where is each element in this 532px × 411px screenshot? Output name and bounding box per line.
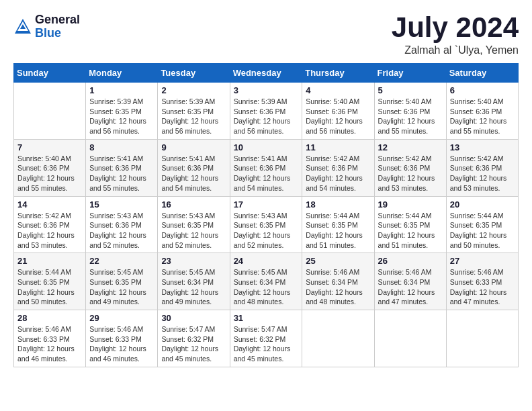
- day-info: Sunrise: 5:40 AM Sunset: 6:36 PM Dayligh…: [306, 97, 370, 136]
- calendar-cell: 8Sunrise: 5:41 AM Sunset: 6:36 PM Daylig…: [86, 139, 158, 196]
- calendar-cell: 26Sunrise: 5:46 AM Sunset: 6:34 PM Dayli…: [374, 253, 446, 310]
- calendar-cell: 22Sunrise: 5:45 AM Sunset: 6:35 PM Dayli…: [86, 253, 158, 310]
- day-number: 6: [450, 85, 515, 95]
- location-text: Zalmah al `Ulya, Yemen: [392, 44, 519, 56]
- day-number: 7: [17, 142, 82, 152]
- day-number: 25: [306, 256, 370, 266]
- day-info: Sunrise: 5:44 AM Sunset: 6:35 PM Dayligh…: [306, 211, 370, 250]
- calendar-day-header: Tuesday: [158, 64, 230, 83]
- calendar-cell: 29Sunrise: 5:46 AM Sunset: 6:33 PM Dayli…: [86, 310, 158, 367]
- day-number: 4: [306, 85, 370, 95]
- day-info: Sunrise: 5:39 AM Sunset: 6:35 PM Dayligh…: [89, 97, 154, 136]
- calendar-cell: 20Sunrise: 5:44 AM Sunset: 6:35 PM Dayli…: [446, 196, 518, 253]
- calendar-day-header: Wednesday: [230, 64, 302, 83]
- day-number: 8: [89, 142, 154, 152]
- day-info: Sunrise: 5:43 AM Sunset: 6:35 PM Dayligh…: [161, 211, 226, 250]
- day-info: Sunrise: 5:43 AM Sunset: 6:36 PM Dayligh…: [89, 211, 154, 250]
- day-info: Sunrise: 5:45 AM Sunset: 6:34 PM Dayligh…: [161, 267, 226, 307]
- calendar-day-header: Thursday: [302, 64, 374, 83]
- calendar-cell: 24Sunrise: 5:45 AM Sunset: 6:34 PM Dayli…: [230, 253, 302, 310]
- calendar-cell: [374, 310, 446, 367]
- day-number: 21: [17, 256, 82, 266]
- day-info: Sunrise: 5:46 AM Sunset: 6:33 PM Dayligh…: [89, 324, 154, 364]
- calendar-week-row: 1Sunrise: 5:39 AM Sunset: 6:35 PM Daylig…: [14, 83, 519, 140]
- calendar-cell: 30Sunrise: 5:47 AM Sunset: 6:32 PM Dayli…: [158, 310, 230, 367]
- calendar-cell: [302, 310, 374, 367]
- day-info: Sunrise: 5:47 AM Sunset: 6:32 PM Dayligh…: [161, 324, 226, 364]
- calendar-cell: 1Sunrise: 5:39 AM Sunset: 6:35 PM Daylig…: [86, 83, 158, 140]
- day-number: 28: [17, 313, 82, 323]
- day-info: Sunrise: 5:42 AM Sunset: 6:36 PM Dayligh…: [378, 154, 443, 193]
- calendar-week-row: 21Sunrise: 5:44 AM Sunset: 6:35 PM Dayli…: [14, 253, 519, 310]
- day-info: Sunrise: 5:44 AM Sunset: 6:35 PM Dayligh…: [378, 211, 443, 250]
- day-number: 9: [161, 142, 226, 152]
- day-info: Sunrise: 5:45 AM Sunset: 6:35 PM Dayligh…: [89, 267, 154, 307]
- day-number: 5: [378, 85, 443, 95]
- day-number: 12: [378, 142, 443, 152]
- logo-blue-text: Blue: [35, 27, 80, 40]
- day-info: Sunrise: 5:41 AM Sunset: 6:36 PM Dayligh…: [161, 154, 226, 193]
- calendar-cell: 31Sunrise: 5:47 AM Sunset: 6:32 PM Dayli…: [230, 310, 302, 367]
- calendar-cell: 19Sunrise: 5:44 AM Sunset: 6:35 PM Dayli…: [374, 196, 446, 253]
- calendar-week-row: 7Sunrise: 5:40 AM Sunset: 6:36 PM Daylig…: [14, 139, 519, 196]
- day-number: 19: [378, 199, 443, 210]
- day-number: 26: [378, 256, 443, 266]
- day-info: Sunrise: 5:46 AM Sunset: 6:33 PM Dayligh…: [17, 324, 82, 364]
- calendar-cell: 23Sunrise: 5:45 AM Sunset: 6:34 PM Dayli…: [158, 253, 230, 310]
- calendar-cell: 12Sunrise: 5:42 AM Sunset: 6:36 PM Dayli…: [374, 139, 446, 196]
- calendar-day-header: Saturday: [446, 64, 518, 83]
- day-number: 22: [89, 256, 154, 266]
- calendar-cell: 25Sunrise: 5:46 AM Sunset: 6:34 PM Dayli…: [302, 253, 374, 310]
- day-number: 18: [306, 199, 370, 210]
- day-number: 11: [306, 142, 370, 152]
- day-number: 2: [161, 85, 226, 95]
- calendar-cell: 21Sunrise: 5:44 AM Sunset: 6:35 PM Dayli…: [14, 253, 86, 310]
- calendar-cell: [446, 310, 518, 367]
- day-info: Sunrise: 5:46 AM Sunset: 6:34 PM Dayligh…: [378, 267, 443, 307]
- day-number: 1: [89, 85, 154, 95]
- day-info: Sunrise: 5:44 AM Sunset: 6:35 PM Dayligh…: [450, 211, 515, 250]
- day-info: Sunrise: 5:44 AM Sunset: 6:35 PM Dayligh…: [17, 267, 82, 307]
- calendar-cell: 4Sunrise: 5:40 AM Sunset: 6:36 PM Daylig…: [302, 83, 374, 140]
- day-number: 14: [17, 199, 82, 210]
- calendar-cell: 3Sunrise: 5:39 AM Sunset: 6:36 PM Daylig…: [230, 83, 302, 140]
- day-info: Sunrise: 5:41 AM Sunset: 6:36 PM Dayligh…: [234, 154, 299, 193]
- day-info: Sunrise: 5:47 AM Sunset: 6:32 PM Dayligh…: [234, 324, 299, 364]
- day-number: 3: [234, 85, 299, 95]
- day-number: 23: [161, 256, 226, 266]
- day-info: Sunrise: 5:39 AM Sunset: 6:36 PM Dayligh…: [234, 97, 299, 136]
- calendar-cell: 6Sunrise: 5:40 AM Sunset: 6:36 PM Daylig…: [446, 83, 518, 140]
- day-info: Sunrise: 5:46 AM Sunset: 6:34 PM Dayligh…: [306, 267, 370, 307]
- calendar-cell: 28Sunrise: 5:46 AM Sunset: 6:33 PM Dayli…: [14, 310, 86, 367]
- calendar-cell: 5Sunrise: 5:40 AM Sunset: 6:36 PM Daylig…: [374, 83, 446, 140]
- calendar-cell: 10Sunrise: 5:41 AM Sunset: 6:36 PM Dayli…: [230, 139, 302, 196]
- calendar-day-header: Monday: [86, 64, 158, 83]
- calendar-cell: 13Sunrise: 5:42 AM Sunset: 6:36 PM Dayli…: [446, 139, 518, 196]
- calendar-week-row: 14Sunrise: 5:42 AM Sunset: 6:36 PM Dayli…: [14, 196, 519, 253]
- day-info: Sunrise: 5:41 AM Sunset: 6:36 PM Dayligh…: [89, 154, 154, 193]
- day-number: 15: [89, 199, 154, 210]
- day-number: 30: [161, 313, 226, 323]
- calendar-day-header: Sunday: [14, 64, 86, 83]
- day-number: 16: [161, 199, 226, 210]
- logo-general-text: General: [35, 13, 80, 27]
- day-info: Sunrise: 5:40 AM Sunset: 6:36 PM Dayligh…: [17, 154, 82, 193]
- day-number: 17: [234, 199, 299, 210]
- logo: General Blue: [13, 13, 80, 40]
- calendar-cell: 17Sunrise: 5:43 AM Sunset: 6:35 PM Dayli…: [230, 196, 302, 253]
- calendar-table: SundayMondayTuesdayWednesdayThursdayFrid…: [13, 63, 519, 367]
- day-number: 29: [89, 313, 154, 323]
- day-number: 10: [234, 142, 299, 152]
- day-number: 20: [450, 199, 515, 210]
- calendar-cell: 14Sunrise: 5:42 AM Sunset: 6:36 PM Dayli…: [14, 196, 86, 253]
- page-header: General Blue July 2024 Zalmah al `Ulya, …: [13, 13, 519, 56]
- calendar-week-row: 28Sunrise: 5:46 AM Sunset: 6:33 PM Dayli…: [14, 310, 519, 367]
- day-number: 31: [234, 313, 299, 323]
- calendar-cell: 9Sunrise: 5:41 AM Sunset: 6:36 PM Daylig…: [158, 139, 230, 196]
- calendar-header-row: SundayMondayTuesdayWednesdayThursdayFrid…: [14, 64, 519, 83]
- day-info: Sunrise: 5:45 AM Sunset: 6:34 PM Dayligh…: [234, 267, 299, 307]
- day-info: Sunrise: 5:39 AM Sunset: 6:35 PM Dayligh…: [161, 97, 226, 136]
- day-info: Sunrise: 5:40 AM Sunset: 6:36 PM Dayligh…: [450, 97, 515, 136]
- calendar-cell: 11Sunrise: 5:42 AM Sunset: 6:36 PM Dayli…: [302, 139, 374, 196]
- day-number: 24: [234, 256, 299, 266]
